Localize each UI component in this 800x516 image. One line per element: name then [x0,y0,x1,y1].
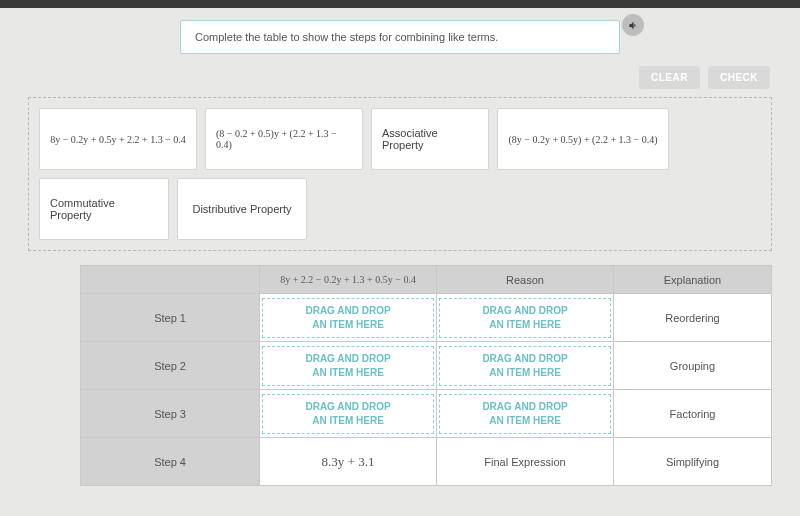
dropzone-step1-reason[interactable]: DRAG AND DROPAN ITEM HERE [437,294,614,342]
tile-distributive[interactable]: Distributive Property [177,178,307,240]
steps-table-wrap: 8y + 2.2 − 0.2y + 1.3 + 0.5y − 0.4 Reaso… [80,265,772,486]
tile-expr-3[interactable]: (8y − 0.2y + 0.5y) + (2.2 + 1.3 − 0.4) [497,108,669,170]
table-row: Step 1 DRAG AND DROPAN ITEM HERE DRAG AN… [81,294,772,342]
header-expression: 8y + 2.2 − 0.2y + 1.3 + 0.5y − 0.4 [260,266,437,294]
dropzone-step2-reason[interactable]: DRAG AND DROPAN ITEM HERE [437,342,614,390]
table-row: Step 4 8.3y + 3.1 Final Expression Simpl… [81,438,772,486]
dropzone-text-l1: DRAG AND DROP [482,352,567,366]
clear-button[interactable]: CLEAR [639,66,700,89]
header-blank [81,266,260,294]
dropzone-text-l2: AN ITEM HERE [312,414,384,428]
dropzone-text-l2: AN ITEM HERE [489,366,561,380]
step-label: Step 3 [81,390,260,438]
dropzone-step3-reason[interactable]: DRAG AND DROPAN ITEM HERE [437,390,614,438]
step4-expression: 8.3y + 3.1 [260,438,437,486]
prompt-row: Complete the table to show the steps for… [0,8,800,62]
step-label: Step 2 [81,342,260,390]
tile-expr-2[interactable]: (8 − 0.2 + 0.5)y + (2.2 + 1.3 − 0.4) [205,108,363,170]
table-row: Step 2 DRAG AND DROPAN ITEM HERE DRAG AN… [81,342,772,390]
dropzone-step1-expr[interactable]: DRAG AND DROPAN ITEM HERE [260,294,437,342]
step4-reason: Final Expression [437,438,614,486]
steps-table: 8y + 2.2 − 0.2y + 1.3 + 0.5y − 0.4 Reaso… [80,265,772,486]
dropzone-text-l2: AN ITEM HERE [489,318,561,332]
tile-expr-1[interactable]: 8y − 0.2y + 0.5y + 2.2 + 1.3 − 0.4 [39,108,197,170]
header-reason: Reason [437,266,614,294]
step-label: Step 4 [81,438,260,486]
check-button[interactable]: CHECK [708,66,770,89]
top-bar [0,0,800,8]
dropzone-text-l1: DRAG AND DROP [482,400,567,414]
dropzone-step2-expr[interactable]: DRAG AND DROPAN ITEM HERE [260,342,437,390]
dropzone-text-l2: AN ITEM HERE [312,318,384,332]
table-row: Step 3 DRAG AND DROPAN ITEM HERE DRAG AN… [81,390,772,438]
tile-commutative[interactable]: Commutative Property [39,178,169,240]
dropzone-text-l1: DRAG AND DROP [305,352,390,366]
tile-associative[interactable]: Associative Property [371,108,489,170]
step-label: Step 1 [81,294,260,342]
draggable-tiles-container: 8y − 0.2y + 0.5y + 2.2 + 1.3 − 0.4 (8 − … [28,97,772,251]
header-explanation: Explanation [613,266,771,294]
dropzone-text-l2: AN ITEM HERE [489,414,561,428]
dropzone-step3-expr[interactable]: DRAG AND DROPAN ITEM HERE [260,390,437,438]
dropzone-text-l2: AN ITEM HERE [312,366,384,380]
explanation-cell: Reordering [613,294,771,342]
action-buttons: CLEAR CHECK [0,62,800,97]
dropzone-text-l1: DRAG AND DROP [305,400,390,414]
explanation-cell: Factoring [613,390,771,438]
prompt-text: Complete the table to show the steps for… [180,20,620,54]
audio-button[interactable] [622,14,644,36]
speaker-icon [628,20,639,31]
explanation-cell: Simplifying [613,438,771,486]
table-header-row: 8y + 2.2 − 0.2y + 1.3 + 0.5y − 0.4 Reaso… [81,266,772,294]
dropzone-text-l1: DRAG AND DROP [482,304,567,318]
dropzone-text-l1: DRAG AND DROP [305,304,390,318]
explanation-cell: Grouping [613,342,771,390]
